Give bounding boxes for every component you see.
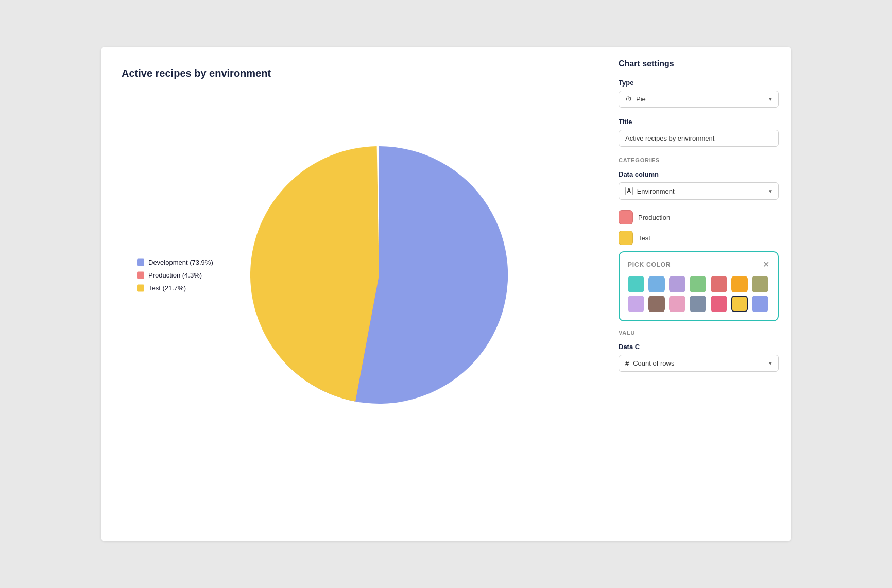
data-column-label: Data column <box>619 170 779 178</box>
production-color-swatch[interactable] <box>619 210 633 224</box>
color-option-slate[interactable] <box>690 296 706 312</box>
pick-color-title: PICK COLOR <box>628 261 671 268</box>
data-column-section: Data column A Environment <box>619 170 779 200</box>
type-label: Type <box>619 79 779 87</box>
color-option-orange[interactable] <box>731 276 748 292</box>
count-of-rows-select[interactable]: # Count of rows <box>619 355 779 372</box>
color-option-pink[interactable] <box>669 296 685 312</box>
color-option-purple[interactable] <box>669 276 685 292</box>
chart-area: Active recipes by environment Developmen… <box>101 47 606 541</box>
categories-label: CATEGORIES <box>619 157 779 163</box>
production-color-label: Production <box>638 214 670 221</box>
chart-title: Active recipes by environment <box>122 67 585 79</box>
legend-color-development <box>137 258 144 266</box>
legend-item-development: Development (73.9%) <box>137 258 213 266</box>
pie-icon: ⏱ <box>625 95 632 103</box>
color-option-periwinkle[interactable] <box>752 296 768 312</box>
color-option-brown[interactable] <box>648 296 665 312</box>
column-icon: A <box>625 187 633 195</box>
count-of-rows-value: Count of rows <box>633 359 674 367</box>
type-select[interactable]: ⏱ Pie <box>619 91 779 108</box>
data-column2-label: Data C <box>619 343 779 351</box>
test-color-swatch[interactable] <box>619 231 633 245</box>
legend-label-test: Test (21.7%) <box>148 284 186 292</box>
legend-color-production <box>137 271 144 279</box>
color-grid-row1 <box>628 276 769 292</box>
values-section: VALU Data C # Count of rows <box>619 330 779 372</box>
color-option-blue[interactable] <box>648 276 665 292</box>
chart-content: Development (73.9%) Production (4.3%) Te… <box>122 95 585 455</box>
color-grid-row2 <box>628 296 769 312</box>
legend-item-production: Production (4.3%) <box>137 271 213 279</box>
color-option-rose[interactable] <box>711 296 727 312</box>
title-section: Title <box>619 118 779 147</box>
main-container: Active recipes by environment Developmen… <box>101 47 791 541</box>
data-column-select[interactable]: A Environment <box>619 182 779 200</box>
pie-chart <box>245 141 513 409</box>
close-button[interactable]: ✕ <box>763 261 769 269</box>
chart-legend: Development (73.9%) Production (4.3%) Te… <box>137 258 213 292</box>
test-color-item: Test <box>619 231 779 245</box>
color-option-lavender[interactable] <box>628 296 644 312</box>
legend-item-test: Test (21.7%) <box>137 284 213 292</box>
color-option-red[interactable] <box>711 276 727 292</box>
type-value: Pie <box>636 95 646 103</box>
type-section: Type ⏱ Pie <box>619 79 779 108</box>
color-option-olive[interactable] <box>752 276 768 292</box>
color-option-teal[interactable] <box>628 276 644 292</box>
title-label: Title <box>619 118 779 126</box>
color-option-green[interactable] <box>690 276 706 292</box>
values-label: VALU <box>619 330 779 336</box>
legend-label-development: Development (73.9%) <box>148 258 213 266</box>
hash-icon: # <box>625 359 629 367</box>
color-option-yellow-selected[interactable] <box>731 296 748 312</box>
test-color-label: Test <box>638 234 650 242</box>
settings-panel-title: Chart settings <box>619 59 779 68</box>
title-input[interactable] <box>619 130 779 147</box>
settings-panel: Chart settings Type ⏱ Pie Title CATEGORI… <box>606 47 791 541</box>
legend-label-production: Production (4.3%) <box>148 271 202 279</box>
pick-color-popup: PICK COLOR ✕ <box>619 251 779 321</box>
pick-color-header: PICK COLOR ✕ <box>628 261 769 269</box>
production-color-item: Production <box>619 210 779 224</box>
legend-color-test <box>137 284 144 291</box>
data-column-value: Environment <box>637 187 675 195</box>
